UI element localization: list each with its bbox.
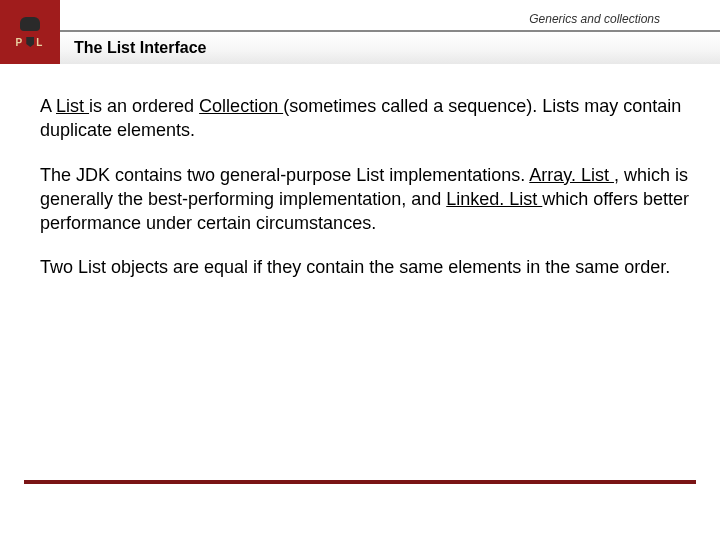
- p1-text-b: is an ordered: [89, 96, 199, 116]
- linkedlist-link[interactable]: Linked. List: [446, 189, 542, 209]
- list-link[interactable]: List: [56, 96, 89, 116]
- logo-letter-right: L: [36, 37, 44, 48]
- collection-link[interactable]: Collection: [199, 96, 283, 116]
- logo-crest-icon: [26, 37, 34, 47]
- brand-logo: P L: [0, 0, 60, 64]
- slide-content: A List is an ordered Collection (sometim…: [0, 64, 720, 280]
- topic-label: Generics and collections: [60, 12, 720, 30]
- logo-letters: P L: [16, 37, 45, 48]
- footer-rule: [24, 480, 696, 484]
- arraylist-link[interactable]: Array. List: [529, 165, 614, 185]
- slide-title: The List Interface: [74, 39, 206, 57]
- p2-text-a: The JDK contains two general-purpose Lis…: [40, 165, 529, 185]
- title-bar: The List Interface: [60, 30, 720, 64]
- logo-emblem-icon: [18, 17, 42, 35]
- logo-letter-left: P: [16, 37, 25, 48]
- paragraph-3: Two List objects are equal if they conta…: [40, 255, 696, 279]
- paragraph-2: The JDK contains two general-purpose Lis…: [40, 163, 696, 236]
- paragraph-1: A List is an ordered Collection (sometim…: [40, 94, 696, 143]
- p1-text-a: A: [40, 96, 56, 116]
- header-right: Generics and collections The List Interf…: [60, 0, 720, 64]
- slide-header: P L Generics and collections The List In…: [0, 0, 720, 64]
